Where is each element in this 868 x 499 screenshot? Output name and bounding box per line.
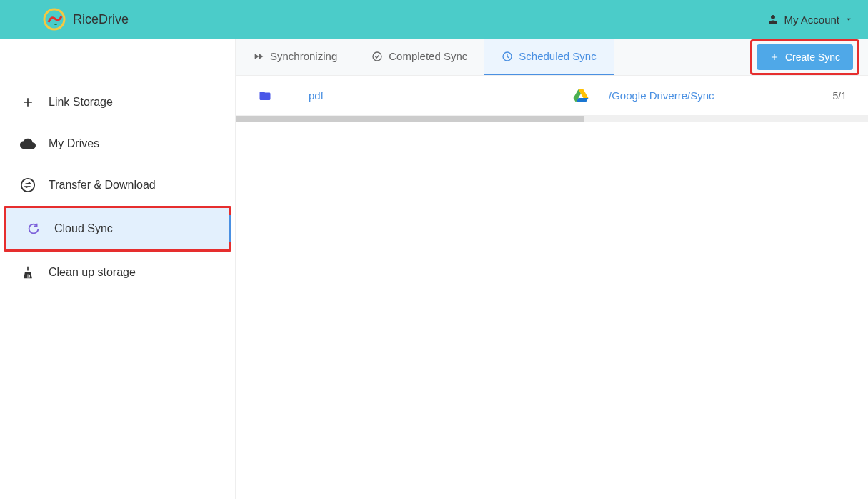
- create-sync-label: Create Sync: [785, 51, 840, 63]
- plus-icon: [769, 52, 779, 62]
- tab-label: Synchronizing: [270, 50, 337, 62]
- logo-container: RiceDrive: [43, 8, 129, 31]
- tab-label: Completed Sync: [389, 50, 467, 62]
- sidebar-item-transfer-download[interactable]: Transfer & Download: [0, 164, 235, 206]
- scrollbar-thumb[interactable]: [236, 116, 584, 122]
- swap-icon: [20, 177, 36, 193]
- sidebar-item-cloud-sync[interactable]: Cloud Sync: [6, 208, 229, 250]
- svg-point-1: [21, 179, 34, 192]
- highlight-create-sync: Create Sync: [750, 39, 859, 75]
- tabs-bar: Synchronizing Completed Sync Scheduled S…: [236, 39, 868, 76]
- sidebar-item-my-drives[interactable]: My Drives: [0, 123, 235, 164]
- user-icon: [767, 13, 779, 26]
- cloud-icon: [20, 136, 36, 152]
- sidebar-item-label: Link Storage: [49, 96, 113, 109]
- plus-icon: [20, 94, 36, 110]
- clock-icon: [502, 51, 513, 62]
- cell-source: pdf: [257, 89, 572, 102]
- sync-icon: [26, 221, 41, 237]
- horizontal-scrollbar[interactable]: [236, 116, 868, 122]
- logo-icon: [43, 8, 66, 31]
- sidebar-item-label: My Drives: [49, 137, 99, 150]
- cell-date: 5/1: [833, 90, 847, 102]
- sidebar-item-link-storage[interactable]: Link Storage: [0, 81, 235, 123]
- tab-label: Scheduled Sync: [519, 50, 596, 62]
- svg-point-2: [373, 52, 381, 61]
- tab-completed-sync[interactable]: Completed Sync: [354, 39, 484, 75]
- sidebar-item-clean-up-storage[interactable]: Clean up storage: [0, 252, 235, 293]
- sidebar-item-label: Clean up storage: [49, 266, 136, 279]
- account-label: My Account: [784, 14, 839, 26]
- sidebar-item-label: Transfer & Download: [49, 179, 156, 192]
- check-circle-icon: [371, 51, 383, 62]
- chevron-down-icon: [844, 14, 854, 24]
- create-sync-button[interactable]: Create Sync: [757, 44, 853, 70]
- tab-scheduled-sync[interactable]: Scheduled Sync: [484, 39, 613, 75]
- sidebar: Link Storage My Drives Transfer & Downlo…: [0, 39, 236, 499]
- header: RiceDrive My Account: [0, 0, 868, 39]
- broom-icon: [20, 265, 36, 280]
- content: Synchronizing Completed Sync Scheduled S…: [236, 39, 868, 499]
- dest-path[interactable]: /Google Driverre/Sync: [609, 89, 714, 102]
- google-drive-icon: [572, 87, 590, 104]
- sidebar-item-label: Cloud Sync: [54, 222, 113, 235]
- sync-row[interactable]: pdf /Google Driverre/Sync 5/1: [236, 76, 868, 116]
- cell-dest: /Google Driverre/Sync: [572, 87, 833, 104]
- source-name[interactable]: pdf: [309, 89, 324, 102]
- tab-synchronizing[interactable]: Synchronizing: [236, 39, 354, 75]
- main-layout: Link Storage My Drives Transfer & Downlo…: [0, 39, 868, 499]
- highlight-cloud-sync: Cloud Sync: [4, 206, 231, 252]
- account-menu[interactable]: My Account: [767, 13, 854, 26]
- fast-forward-icon: [253, 51, 264, 62]
- sync-list: pdf /Google Driverre/Sync 5/1: [236, 76, 868, 499]
- folder-icon: [257, 89, 273, 102]
- brand-name: RiceDrive: [73, 12, 129, 27]
